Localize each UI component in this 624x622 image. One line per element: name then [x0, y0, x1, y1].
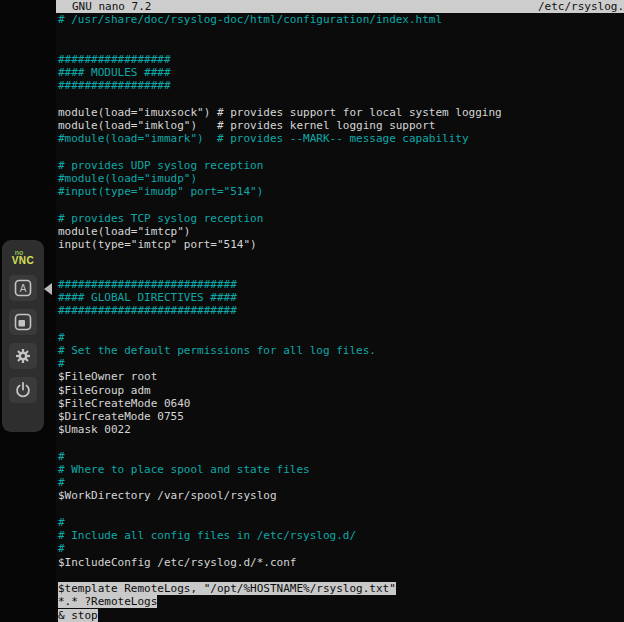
- editor-line: [58, 26, 624, 39]
- control-bar-handle-arrow-icon[interactable]: [44, 283, 52, 295]
- editor-line: [58, 569, 624, 582]
- editor-line: input(type="imtcp" port="514"): [58, 238, 624, 251]
- editor-line: #################: [58, 53, 624, 66]
- editor-line: #: [58, 516, 624, 529]
- editor-line: $Umask 0022: [58, 423, 624, 436]
- keyboard-a-icon: A: [14, 279, 32, 297]
- editor-line: ###########################: [58, 278, 624, 291]
- editor-buffer[interactable]: # /usr/share/doc/rsyslog-doc/html/config…: [56, 13, 624, 622]
- editor-line: #module(load="imudp"): [58, 172, 624, 185]
- editor-line: [58, 145, 624, 158]
- editor-line: #### GLOBAL DIRECTIVES ####: [58, 291, 624, 304]
- editor-line: [58, 264, 624, 277]
- svg-text:A: A: [20, 283, 27, 294]
- editor-line: #### MODULES ####: [58, 66, 624, 79]
- editor-line: # Where to place spool and state files: [58, 463, 624, 476]
- editor-line: # /usr/share/doc/rsyslog-doc/html/config…: [58, 13, 624, 26]
- editor-line: # provides TCP syslog reception: [58, 212, 624, 225]
- editor-line: & stop: [58, 609, 624, 622]
- nano-version-label: GNU nano 7.2: [56, 0, 151, 13]
- editor-line: $FileGroup adm: [58, 384, 624, 397]
- editor-line: # Set the default permissions for all lo…: [58, 344, 624, 357]
- novnc-logo-vnc: VNC: [12, 256, 35, 266]
- editor-line: ###########################: [58, 304, 624, 317]
- editor-line: #input(type="imudp" port="514"): [58, 185, 624, 198]
- editor-line: # provides UDP syslog reception: [58, 159, 624, 172]
- keyboard-button[interactable]: A: [9, 275, 37, 301]
- editor-line: [58, 503, 624, 516]
- selected-text: *.* ?RemoteLogs: [58, 595, 157, 608]
- editor-line: [58, 317, 624, 330]
- editor-line: [58, 437, 624, 450]
- nano-terminal[interactable]: GNU nano 7.2 /etc/rsyslog. # /usr/share/…: [56, 0, 624, 622]
- editor-line: [58, 251, 624, 264]
- editor-line: module(load="imtcp"): [58, 225, 624, 238]
- editor-line: #: [58, 450, 624, 463]
- power-button[interactable]: [9, 377, 37, 403]
- editor-line: # Include all config files in /etc/rsysl…: [58, 529, 624, 542]
- editor-line: $template RemoteLogs, "/opt/%HOSTNAME%/r…: [58, 582, 624, 595]
- selected-text: & stop: [58, 609, 98, 622]
- editor-line: *.* ?RemoteLogs: [58, 595, 624, 608]
- editor-line: $IncludeConfig /etc/rsyslog.d/*.conf: [58, 556, 624, 569]
- editor-line: module(load="imklog") # provides kernel …: [58, 119, 624, 132]
- editor-line: $DirCreateMode 0755: [58, 410, 624, 423]
- editor-line: #: [58, 331, 624, 344]
- editor-line: #module(load="immark") # provides --MARK…: [58, 132, 624, 145]
- editor-line: $FileOwner root: [58, 370, 624, 383]
- editor-line: [58, 198, 624, 211]
- vnc-screen: no VNC A: [0, 0, 624, 622]
- fullscreen-button[interactable]: [9, 309, 37, 335]
- editor-line: #: [58, 542, 624, 555]
- vnc-control-bar: no VNC A: [2, 240, 44, 432]
- nano-titlebar: GNU nano 7.2 /etc/rsyslog.: [56, 0, 624, 13]
- selected-text: $template RemoteLogs, "/opt/%HOSTNAME%/r…: [58, 582, 396, 595]
- editor-line: $FileCreateMode 0640: [58, 397, 624, 410]
- editor-line: [58, 39, 624, 52]
- editor-line: #################: [58, 79, 624, 92]
- editor-line: #: [58, 357, 624, 370]
- novnc-logo: no VNC: [12, 247, 35, 267]
- editor-line: $WorkDirectory /var/spool/rsyslog: [58, 489, 624, 502]
- power-icon: [14, 381, 32, 399]
- editor-line: module(load="imuxsock") # provides suppo…: [58, 106, 624, 119]
- settings-button[interactable]: [9, 343, 37, 369]
- fullscreen-icon: [14, 313, 32, 331]
- nano-filename-label: /etc/rsyslog.: [538, 0, 624, 13]
- editor-line: #: [58, 476, 624, 489]
- editor-line: [58, 92, 624, 105]
- gear-icon: [14, 347, 32, 365]
